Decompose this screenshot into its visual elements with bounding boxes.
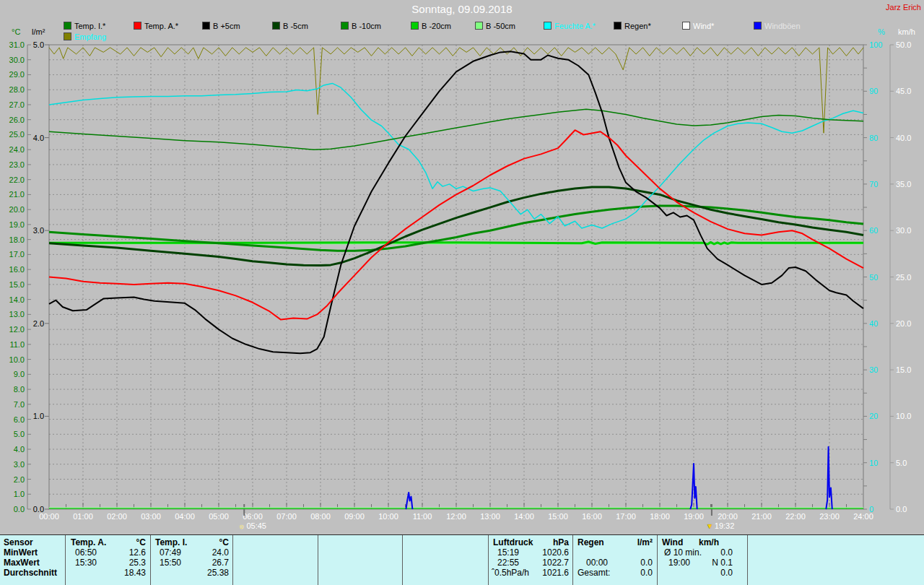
temp-a-avg: 18.43	[116, 568, 146, 578]
svg-text:22:00: 22:00	[785, 512, 806, 521]
svg-text:00:00: 00:00	[39, 512, 59, 521]
temp-a-min-time: 06:50	[75, 547, 97, 558]
luftdruck-min-time: 15:19	[497, 547, 519, 558]
svg-text:21:00: 21:00	[751, 512, 772, 521]
col-temp-i-header: Temp. I.	[155, 537, 187, 547]
svg-text:14.0: 14.0	[9, 295, 25, 304]
table-divider	[488, 535, 489, 585]
regen-max-time: 00:00	[586, 558, 608, 568]
svg-text:0.0: 0.0	[14, 505, 25, 514]
svg-text:70: 70	[869, 180, 878, 188]
sunset-icon: ▼	[706, 522, 713, 530]
svg-text:18.0: 18.0	[9, 235, 25, 244]
svg-text:15.0: 15.0	[896, 365, 911, 374]
svg-text:0.0: 0.0	[896, 505, 907, 514]
svg-text:21.0: 21.0	[9, 190, 25, 199]
svg-text:20:00: 20:00	[718, 512, 738, 521]
svg-text:20: 20	[869, 412, 878, 420]
svg-text:27.0: 27.0	[9, 100, 25, 109]
svg-text:30: 30	[869, 365, 878, 374]
svg-text:25.0: 25.0	[896, 273, 911, 282]
svg-text:23:00: 23:00	[819, 512, 840, 521]
svg-text:25.0: 25.0	[9, 130, 25, 139]
table-divider	[657, 535, 658, 585]
temp-i-max: 26.7	[199, 558, 229, 568]
svg-text:24:00: 24:00	[853, 512, 873, 521]
svg-text:15:00: 15:00	[548, 512, 568, 521]
regen-max: 0.0	[622, 558, 653, 568]
svg-text:10.0: 10.0	[9, 355, 25, 364]
svg-text:4.0: 4.0	[33, 134, 44, 142]
axis-kmh: 0.05.010.015.020.025.030.035.040.045.050…	[890, 40, 911, 514]
luftdruck-max: 1022.7	[534, 558, 569, 568]
temp-a-min: 12.6	[116, 547, 146, 558]
svg-text:35.0: 35.0	[896, 180, 911, 188]
svg-text:18:00: 18:00	[650, 512, 670, 521]
svg-text:17.0: 17.0	[9, 250, 25, 259]
svg-text:100: 100	[869, 40, 882, 49]
col-wind-header: Wind	[662, 537, 683, 547]
table-divider	[402, 535, 403, 585]
luftdruck-avg: 1021.6	[534, 568, 569, 578]
table-divider	[65, 535, 66, 585]
wind-avg-label: Ø 10 min.	[664, 547, 702, 558]
temp-i-max-time: 15:50	[160, 558, 181, 568]
grid	[49, 45, 863, 509]
svg-text:30.0: 30.0	[896, 226, 911, 235]
svg-text:22.0: 22.0	[9, 176, 25, 184]
sunrise-marker: ☼05:45	[238, 521, 266, 533]
svg-text:13:00: 13:00	[480, 512, 500, 521]
svg-text:19:00: 19:00	[684, 512, 704, 521]
axis-percent: 0102030405060708090100	[863, 40, 882, 514]
svg-text:8.0: 8.0	[14, 385, 25, 394]
svg-text:17:00: 17:00	[616, 512, 636, 521]
svg-text:80: 80	[869, 134, 878, 142]
col-regen-header: Regen	[578, 537, 604, 547]
statistics-table: Sensor MinWert MaxWert Durchschnitt Temp…	[0, 534, 924, 585]
temp-i-min: 24.0	[199, 547, 229, 558]
table-divider	[747, 535, 748, 585]
svg-text:16:00: 16:00	[582, 512, 602, 521]
wind-max-time: 19:00	[668, 558, 690, 568]
svg-text:3.0: 3.0	[14, 460, 25, 469]
temp-i-avg: 25.38	[199, 568, 229, 578]
svg-text:14:00: 14:00	[514, 512, 534, 521]
svg-text:30.0: 30.0	[9, 56, 25, 64]
svg-text:2.0: 2.0	[33, 319, 44, 328]
svg-text:4.0: 4.0	[14, 445, 25, 454]
weather-app-window: { "header": { "title": "Sonntag, 09.09.2…	[0, 0, 924, 585]
svg-text:2.0: 2.0	[14, 475, 25, 484]
sunset-marker: ▼19:32	[706, 521, 734, 533]
temp-a-max: 25.3	[116, 558, 146, 568]
svg-text:1.0: 1.0	[33, 412, 44, 420]
svg-text:6.0: 6.0	[14, 415, 25, 424]
axis-celsius: 0.01.02.03.04.05.06.07.08.09.010.011.012…	[9, 40, 31, 514]
svg-text:40: 40	[869, 319, 878, 328]
svg-text:5.0: 5.0	[896, 459, 907, 467]
svg-text:01:00: 01:00	[73, 512, 93, 521]
regen-total-label: Gesamt:	[578, 568, 610, 578]
svg-text:60: 60	[869, 226, 878, 235]
table-divider	[572, 535, 573, 585]
regen-total: 0.0	[622, 568, 653, 578]
svg-text:07:00: 07:00	[276, 512, 297, 521]
luftdruck-min: 1020.6	[534, 547, 569, 558]
svg-text:40.0: 40.0	[896, 134, 911, 142]
col-luftdruck-header: Luftdruck	[493, 537, 533, 547]
svg-text:9.0: 9.0	[14, 370, 25, 378]
svg-text:24.0: 24.0	[9, 145, 25, 154]
svg-text:29.0: 29.0	[9, 70, 25, 79]
svg-text:28.0: 28.0	[9, 85, 25, 94]
sunrise-time: 05:45	[246, 521, 266, 530]
svg-text:10.0: 10.0	[896, 412, 911, 420]
svg-text:5.0: 5.0	[33, 40, 44, 49]
col-temp-i-unit: °C	[199, 537, 229, 547]
svg-text:90: 90	[869, 87, 878, 95]
svg-text:1.0: 1.0	[14, 490, 25, 498]
svg-text:05:00: 05:00	[209, 512, 229, 521]
svg-text:12.0: 12.0	[9, 325, 25, 334]
svg-text:02:00: 02:00	[107, 512, 127, 521]
series-feuchte	[49, 83, 863, 228]
svg-text:31.0: 31.0	[9, 40, 25, 49]
col-wind-unit: km/h	[699, 537, 719, 547]
